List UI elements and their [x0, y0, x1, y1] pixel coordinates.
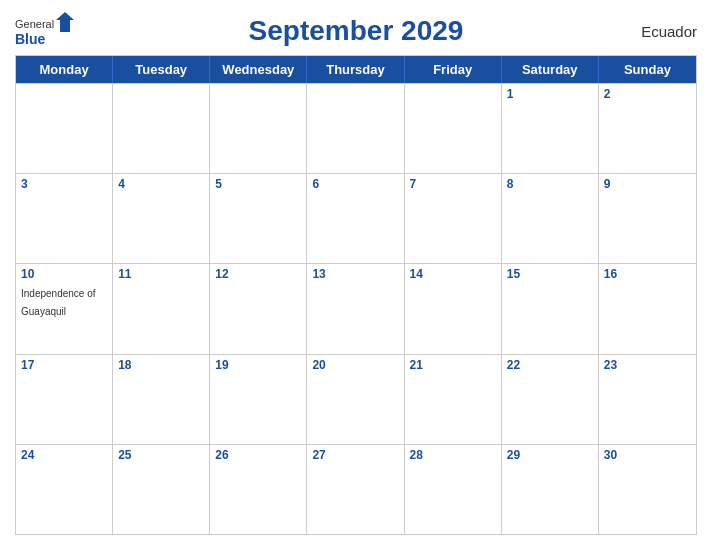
calendar-cell: 12 — [210, 264, 307, 353]
day-header-saturday: Saturday — [502, 56, 599, 83]
day-header-monday: Monday — [16, 56, 113, 83]
cell-date-number: 2 — [604, 87, 691, 101]
calendar-cell: 24 — [16, 445, 113, 534]
calendar-cell: 21 — [405, 355, 502, 444]
calendar-cell — [210, 84, 307, 173]
week-row-5: 24252627282930 — [16, 444, 696, 534]
calendar-cell: 8 — [502, 174, 599, 263]
day-header-thursday: Thursday — [307, 56, 404, 83]
calendar-cell: 16 — [599, 264, 696, 353]
calendar-cell: 1 — [502, 84, 599, 173]
logo-bird-icon — [56, 12, 74, 32]
calendar-cell: 5 — [210, 174, 307, 263]
cell-date-number: 17 — [21, 358, 107, 372]
calendar-cell: 14 — [405, 264, 502, 353]
calendar: MondayTuesdayWednesdayThursdayFridaySatu… — [15, 55, 697, 535]
calendar-cell: 3 — [16, 174, 113, 263]
calendar-header: General Blue September 2029 Ecuador — [15, 15, 697, 47]
cell-date-number: 8 — [507, 177, 593, 191]
calendar-cell: 13 — [307, 264, 404, 353]
logo-blue-text: Blue — [15, 32, 45, 47]
cell-date-number: 26 — [215, 448, 301, 462]
calendar-cell — [113, 84, 210, 173]
day-header-sunday: Sunday — [599, 56, 696, 83]
cell-date-number: 9 — [604, 177, 691, 191]
week-row-4: 17181920212223 — [16, 354, 696, 444]
calendar-cell: 11 — [113, 264, 210, 353]
cell-event-label: Independence of Guayaquil — [21, 288, 96, 317]
day-header-wednesday: Wednesday — [210, 56, 307, 83]
calendar-cell — [16, 84, 113, 173]
cell-date-number: 27 — [312, 448, 398, 462]
cell-date-number: 29 — [507, 448, 593, 462]
calendar-cell: 2 — [599, 84, 696, 173]
cell-date-number: 5 — [215, 177, 301, 191]
cell-date-number: 20 — [312, 358, 398, 372]
calendar-cell: 28 — [405, 445, 502, 534]
cell-date-number: 24 — [21, 448, 107, 462]
calendar-cell: 30 — [599, 445, 696, 534]
cell-date-number: 30 — [604, 448, 691, 462]
day-header-tuesday: Tuesday — [113, 56, 210, 83]
cell-date-number: 16 — [604, 267, 691, 281]
cell-date-number: 28 — [410, 448, 496, 462]
cell-date-number: 21 — [410, 358, 496, 372]
cell-date-number: 13 — [312, 267, 398, 281]
cell-date-number: 19 — [215, 358, 301, 372]
calendar-cell: 20 — [307, 355, 404, 444]
calendar-cell: 18 — [113, 355, 210, 444]
cell-date-number: 15 — [507, 267, 593, 281]
cell-date-number: 4 — [118, 177, 204, 191]
cell-date-number: 25 — [118, 448, 204, 462]
logo-general-text: General — [15, 18, 54, 30]
calendar-grid: 12345678910Independence of Guayaquil1112… — [16, 83, 696, 534]
cell-date-number: 14 — [410, 267, 496, 281]
cell-date-number: 18 — [118, 358, 204, 372]
calendar-cell: 15 — [502, 264, 599, 353]
svg-marker-0 — [56, 12, 74, 32]
country-label: Ecuador — [641, 23, 697, 40]
calendar-cell: 7 — [405, 174, 502, 263]
calendar-cell: 17 — [16, 355, 113, 444]
calendar-cell — [307, 84, 404, 173]
calendar-cell: 26 — [210, 445, 307, 534]
week-row-2: 3456789 — [16, 173, 696, 263]
calendar-cell: 9 — [599, 174, 696, 263]
calendar-cell: 10Independence of Guayaquil — [16, 264, 113, 353]
cell-date-number: 10 — [21, 267, 107, 281]
calendar-cell: 4 — [113, 174, 210, 263]
calendar-cell — [405, 84, 502, 173]
day-headers-row: MondayTuesdayWednesdayThursdayFridaySatu… — [16, 56, 696, 83]
week-row-3: 10Independence of Guayaquil111213141516 — [16, 263, 696, 353]
cell-date-number: 23 — [604, 358, 691, 372]
cell-date-number: 22 — [507, 358, 593, 372]
calendar-title: September 2029 — [249, 15, 464, 47]
calendar-cell: 22 — [502, 355, 599, 444]
calendar-cell: 27 — [307, 445, 404, 534]
calendar-cell: 29 — [502, 445, 599, 534]
calendar-cell: 6 — [307, 174, 404, 263]
cell-date-number: 1 — [507, 87, 593, 101]
cell-date-number: 7 — [410, 177, 496, 191]
week-row-1: 12 — [16, 83, 696, 173]
calendar-cell: 25 — [113, 445, 210, 534]
cell-date-number: 6 — [312, 177, 398, 191]
calendar-cell: 19 — [210, 355, 307, 444]
calendar-cell: 23 — [599, 355, 696, 444]
cell-date-number: 11 — [118, 267, 204, 281]
logo: General Blue — [15, 14, 54, 47]
cell-date-number: 3 — [21, 177, 107, 191]
day-header-friday: Friday — [405, 56, 502, 83]
cell-date-number: 12 — [215, 267, 301, 281]
